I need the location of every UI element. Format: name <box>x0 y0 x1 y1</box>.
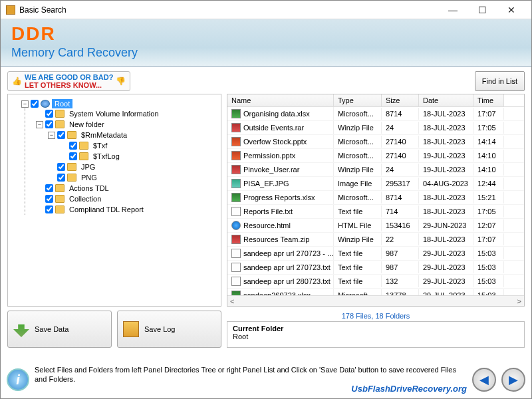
tree-checkbox[interactable] <box>69 152 77 160</box>
file-time: 14:10 <box>473 164 504 176</box>
file-type: Text file <box>334 247 382 259</box>
tree-checkbox[interactable] <box>45 120 53 128</box>
tree-item[interactable]: PNG <box>48 173 218 182</box>
file-date: 19-JUL-2023 <box>419 164 473 176</box>
list-row[interactable]: Overfow Stock.pptxMicrosoft...2714018-JU… <box>227 135 524 149</box>
save-data-button[interactable]: Save Data <box>7 311 112 348</box>
tree-item[interactable]: Actions TDL <box>36 184 218 193</box>
tree-item[interactable]: $Txf <box>60 141 218 150</box>
list-row[interactable]: Pinvoke_User.rarWinzip File2419-JUL-2023… <box>227 163 524 177</box>
list-row[interactable]: Resources Team.zipWinzip File2218-JUL-20… <box>227 233 524 247</box>
feedback-button[interactable]: 👍 WE ARE GOOD OR BAD? LET OTHERS KNOW...… <box>7 71 130 91</box>
list-row[interactable]: Progress Reports.xlsxMicrosoft...871418-… <box>227 191 524 205</box>
file-type: Text file <box>334 261 382 273</box>
file-time: 15:03 <box>473 275 504 287</box>
list-row[interactable]: Outside Events.rarWinzip File2418-JUL-20… <box>227 121 524 135</box>
horizontal-scrollbar[interactable]: <> <box>227 295 524 306</box>
tree-item-label[interactable]: PNG <box>78 173 100 182</box>
file-name: Pinvoke_User.rar <box>243 166 299 174</box>
tree-item[interactable]: −New folder <box>36 120 218 129</box>
tree-item-label[interactable]: $Txf <box>90 141 110 150</box>
expand-icon <box>48 174 55 182</box>
col-type[interactable]: Type <box>334 94 382 106</box>
tree-item-label[interactable]: $RmMetadata <box>78 130 130 140</box>
col-size[interactable]: Size <box>382 94 419 106</box>
folder-icon <box>55 195 65 203</box>
list-row[interactable]: sandeep apr url 270723 - ...Text file987… <box>227 247 524 261</box>
file-name: Resources Team.zip <box>243 235 309 243</box>
tree-item[interactable]: System Volume Information <box>36 109 218 118</box>
list-row[interactable]: Reports File.txtText file71418-JUL-20231… <box>227 205 524 219</box>
list-row[interactable]: PISA_EF.JPGImage File29531704-AUG-202312… <box>227 177 524 191</box>
list-row[interactable]: sandeep apr url 280723.txtText file13229… <box>227 275 524 289</box>
find-in-list-button[interactable]: Find in List <box>475 71 525 91</box>
tree-item[interactable]: JPG <box>48 162 218 172</box>
file-date: 04-AUG-2023 <box>419 178 473 190</box>
tree-checkbox[interactable] <box>31 100 39 108</box>
file-size: 13778 <box>382 289 419 295</box>
col-time[interactable]: Time <box>473 94 504 106</box>
tree-checkbox[interactable] <box>57 174 65 182</box>
file-type: HTML File <box>334 219 382 231</box>
tree-item-label[interactable]: Compliand TDL Report <box>66 205 146 214</box>
footer-site[interactable]: UsbFlashDriveRecovery.org <box>351 384 467 394</box>
tree-checkbox[interactable] <box>57 131 65 139</box>
tree-checkbox[interactable] <box>45 195 53 203</box>
expand-icon <box>60 153 67 160</box>
tree-item-label[interactable]: System Volume Information <box>66 109 162 118</box>
file-size: 24 <box>382 122 419 134</box>
collapse-icon[interactable]: − <box>21 100 29 108</box>
nav-back-button[interactable]: ◀ <box>472 368 496 392</box>
titlebar: Basic Search — ☐ ✕ <box>1 1 531 19</box>
file-size: 27140 <box>382 150 419 162</box>
tree-checkbox[interactable] <box>45 184 53 192</box>
close-button[interactable]: ✕ <box>497 1 526 19</box>
tree-item[interactable]: −$RmMetadata <box>48 130 218 140</box>
tree-item[interactable]: Compliand TDL Report <box>36 205 218 214</box>
file-time: 14:10 <box>473 150 504 162</box>
tree-checkbox[interactable] <box>69 142 77 150</box>
collapse-icon[interactable]: − <box>48 132 55 139</box>
nav-forward-button[interactable]: ▶ <box>501 368 525 392</box>
tree-root[interactable]: − Root <box>21 99 218 108</box>
file-time: 12:44 <box>473 178 504 190</box>
list-row[interactable]: Resource.htmlHTML File15341629-JUN-20231… <box>227 219 524 233</box>
tree-root-label[interactable]: Root <box>52 99 72 108</box>
log-icon <box>123 321 139 337</box>
tree-item[interactable]: Collection <box>36 194 218 203</box>
col-name[interactable]: Name <box>227 94 334 106</box>
tree-checkbox[interactable] <box>57 163 65 171</box>
tree-item-label[interactable]: Collection <box>66 194 104 203</box>
col-date[interactable]: Date <box>419 94 473 106</box>
list-row[interactable]: sandeep260723.xlsxMicrosoft...1377829-JU… <box>227 289 524 295</box>
expand-icon <box>36 196 43 203</box>
expand-icon <box>36 185 43 192</box>
file-icon <box>231 221 241 230</box>
save-log-button[interactable]: Save Log <box>117 311 221 348</box>
minimize-button[interactable]: — <box>438 1 467 19</box>
tree-item-label[interactable]: JPG <box>78 162 98 172</box>
tree-checkbox[interactable] <box>45 205 53 213</box>
file-size: 153416 <box>382 219 419 231</box>
tree-panel[interactable]: − Root System Volume Information−New fol… <box>7 94 221 307</box>
file-icon <box>231 207 241 216</box>
file-type: Text file <box>334 205 382 217</box>
tree-item-label[interactable]: $TxfLog <box>90 152 122 161</box>
collapse-icon[interactable]: − <box>36 121 43 128</box>
file-size: 295317 <box>382 178 419 190</box>
tree-item-label[interactable]: Actions TDL <box>66 184 112 193</box>
list-row[interactable]: Permission.pptxMicrosoft...2714019-JUL-2… <box>227 149 524 163</box>
thumb-down-icon: 👎 <box>116 77 126 86</box>
file-date: 29-JUL-2023 <box>419 261 473 273</box>
tree-item[interactable]: $TxfLog <box>60 152 218 161</box>
tree-checkbox[interactable] <box>45 110 53 118</box>
list-row[interactable]: Organising data.xlsxMicrosoft...871418-J… <box>227 107 524 121</box>
file-date: 18-JUL-2023 <box>419 108 473 120</box>
file-type: Winzip File <box>334 122 382 134</box>
file-time: 17:07 <box>473 233 504 245</box>
file-date: 29-JUL-2023 <box>419 247 473 259</box>
maximize-button[interactable]: ☐ <box>467 1 497 19</box>
list-row[interactable]: sandeep apr url 270723.txtText file98729… <box>227 261 524 275</box>
tree-item-label[interactable]: New folder <box>66 120 107 129</box>
list-body[interactable]: Organising data.xlsxMicrosoft...871418-J… <box>227 107 524 295</box>
